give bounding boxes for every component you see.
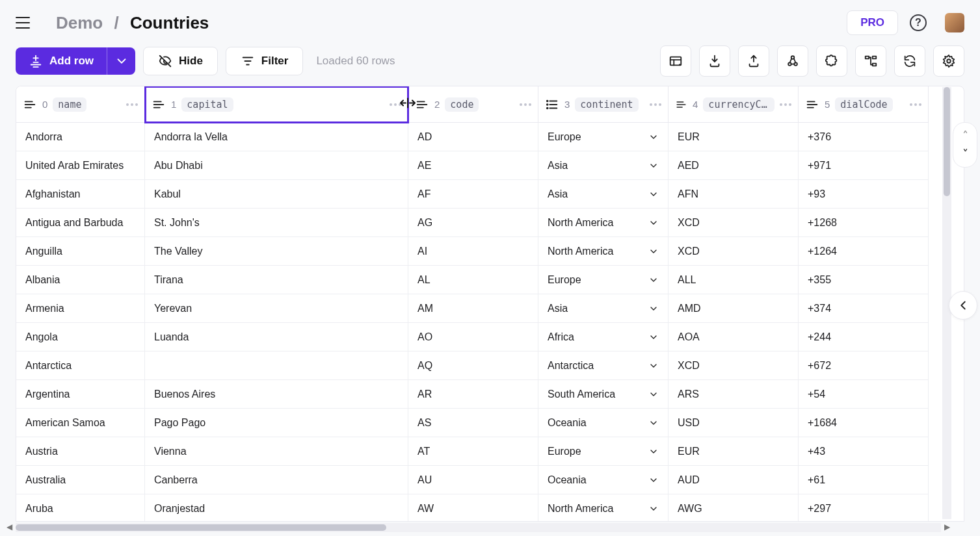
plugins-button[interactable] <box>816 45 847 77</box>
cell-code[interactable]: AW <box>408 494 538 522</box>
column-menu-icon[interactable] <box>126 103 138 106</box>
cell-capital[interactable]: St. John's <box>145 209 408 237</box>
cell-name[interactable]: Argentina <box>16 380 145 409</box>
cell-name[interactable]: Afghanistan <box>16 180 145 209</box>
cell-capital[interactable]: The Valley <box>145 237 408 266</box>
view-config-button[interactable] <box>660 45 691 77</box>
cell-capital[interactable]: Pago Pago <box>145 409 408 437</box>
cell-dialCode[interactable]: +54 <box>799 380 929 409</box>
column-menu-icon[interactable] <box>650 103 661 106</box>
column-menu-icon[interactable] <box>520 103 531 106</box>
cell-currencyCode[interactable]: XCD <box>669 237 799 266</box>
column-header-code[interactable]: 2code <box>408 86 538 123</box>
cell-code[interactable]: AQ <box>408 351 538 380</box>
cell-capital[interactable]: Buenos Aires <box>145 380 408 409</box>
cell-name[interactable]: Australia <box>16 466 145 494</box>
cell-continent[interactable]: Asia <box>538 180 669 209</box>
breadcrumb-current[interactable]: Countries <box>130 13 209 32</box>
cell-currencyCode[interactable]: USD <box>669 409 799 437</box>
cell-currencyCode[interactable]: XCD <box>669 209 799 237</box>
menu-icon[interactable] <box>16 17 30 29</box>
cell-dialCode[interactable]: +355 <box>799 266 929 294</box>
cell-continent[interactable]: North America <box>538 494 669 522</box>
cell-name[interactable]: Albania <box>16 266 145 294</box>
cell-continent[interactable]: Antarctica <box>538 351 669 380</box>
cell-currencyCode[interactable]: AUD <box>669 466 799 494</box>
schema-button[interactable] <box>855 45 886 77</box>
cell-code[interactable]: AU <box>408 466 538 494</box>
help-icon[interactable]: ? <box>910 14 927 31</box>
cell-capital[interactable]: Vienna <box>145 437 408 466</box>
cell-capital[interactable]: Oranjestad <box>145 494 408 522</box>
cell-dialCode[interactable]: +1264 <box>799 237 929 266</box>
cell-capital[interactable]: Yerevan <box>145 294 408 323</box>
cell-capital[interactable]: Tirana <box>145 266 408 294</box>
cell-currencyCode[interactable]: EUR <box>669 123 799 151</box>
cell-capital[interactable]: Abu Dhabi <box>145 151 408 180</box>
cell-continent[interactable]: North America <box>538 237 669 266</box>
column-header-currencyCode[interactable]: 4currencyCode <box>669 86 799 123</box>
cell-continent[interactable]: Europe <box>538 123 669 151</box>
breadcrumb-root[interactable]: Demo <box>56 13 103 32</box>
cell-name[interactable]: American Samoa <box>16 409 145 437</box>
collapse-panel-button[interactable] <box>949 291 977 320</box>
cell-code[interactable]: AT <box>408 437 538 466</box>
cell-name[interactable]: Austria <box>16 437 145 466</box>
cell-currencyCode[interactable]: XCD <box>669 351 799 380</box>
column-header-name[interactable]: 0name <box>16 86 145 123</box>
cell-code[interactable]: AO <box>408 323 538 351</box>
scroll-right-arrow[interactable]: ▶ <box>944 522 950 531</box>
cell-capital[interactable] <box>145 351 408 380</box>
cell-name[interactable]: United Arab Emirates <box>16 151 145 180</box>
cell-code[interactable]: AD <box>408 123 538 151</box>
cell-currencyCode[interactable]: ARS <box>669 380 799 409</box>
webhooks-button[interactable] <box>777 45 808 77</box>
export-button[interactable] <box>738 45 769 77</box>
cell-currencyCode[interactable]: AMD <box>669 294 799 323</box>
column-header-dialCode[interactable]: 5dialCode <box>799 86 929 123</box>
sync-button[interactable] <box>894 45 925 77</box>
avatar[interactable] <box>945 13 964 32</box>
cell-name[interactable]: Antigua and Barbuda <box>16 209 145 237</box>
cell-dialCode[interactable]: +61 <box>799 466 929 494</box>
cell-dialCode[interactable]: +43 <box>799 437 929 466</box>
cell-code[interactable]: AR <box>408 380 538 409</box>
column-header-capital[interactable]: 1capital <box>145 86 408 123</box>
cell-dialCode[interactable]: +1268 <box>799 209 929 237</box>
cell-continent[interactable]: Africa <box>538 323 669 351</box>
cell-name[interactable]: Angola <box>16 323 145 351</box>
next-row-button[interactable]: ˅ <box>956 145 974 163</box>
cell-code[interactable]: AS <box>408 409 538 437</box>
prev-row-button[interactable]: ˄ <box>956 127 974 145</box>
cell-capital[interactable]: Kabul <box>145 180 408 209</box>
cell-dialCode[interactable]: +376 <box>799 123 929 151</box>
column-menu-icon[interactable] <box>780 103 791 106</box>
cell-continent[interactable]: North America <box>538 209 669 237</box>
cell-name[interactable]: Anguilla <box>16 237 145 266</box>
column-menu-icon[interactable] <box>390 103 401 106</box>
cell-currencyCode[interactable]: AWG <box>669 494 799 522</box>
cell-dialCode[interactable]: +1684 <box>799 409 929 437</box>
cell-code[interactable]: AE <box>408 151 538 180</box>
column-menu-icon[interactable] <box>910 103 921 106</box>
scroll-left-arrow[interactable]: ◀ <box>7 522 12 531</box>
cell-dialCode[interactable]: +244 <box>799 323 929 351</box>
cell-dialCode[interactable]: +374 <box>799 294 929 323</box>
cell-dialCode[interactable]: +297 <box>799 494 929 522</box>
cell-currencyCode[interactable]: EUR <box>669 437 799 466</box>
cell-code[interactable]: AM <box>408 294 538 323</box>
cell-capital[interactable]: Canberra <box>145 466 408 494</box>
filter-button[interactable]: Filter <box>226 47 304 75</box>
cell-name[interactable]: Aruba <box>16 494 145 522</box>
cell-dialCode[interactable]: +971 <box>799 151 929 180</box>
cell-capital[interactable]: Andorra la Vella <box>145 123 408 151</box>
cell-continent[interactable]: Oceania <box>538 466 669 494</box>
settings-button[interactable] <box>933 45 964 77</box>
cell-currencyCode[interactable]: AED <box>669 151 799 180</box>
add-row-button[interactable]: Add row <box>16 47 107 75</box>
cell-continent[interactable]: South America <box>538 380 669 409</box>
cell-currencyCode[interactable]: AOA <box>669 323 799 351</box>
cell-dialCode[interactable]: +93 <box>799 180 929 209</box>
cell-capital[interactable]: Luanda <box>145 323 408 351</box>
cell-currencyCode[interactable]: ALL <box>669 266 799 294</box>
